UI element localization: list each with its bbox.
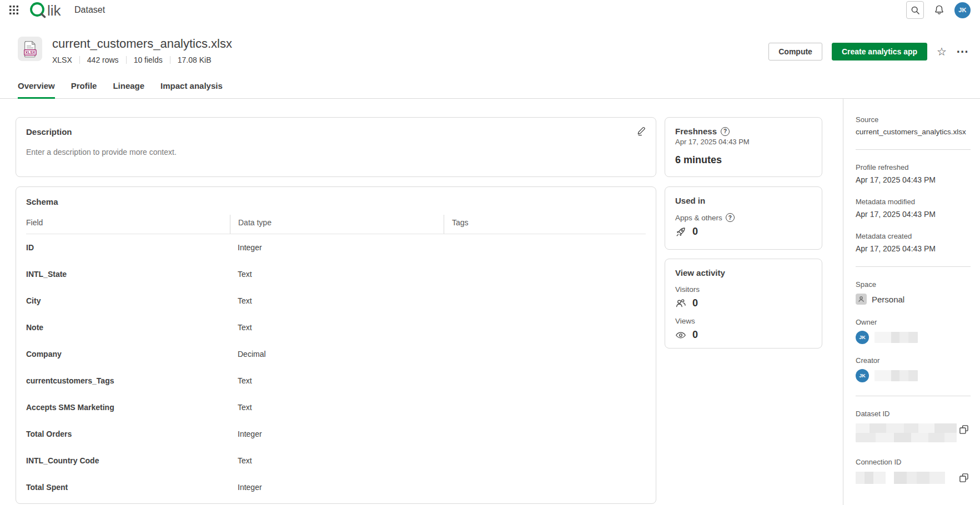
description-title: Description bbox=[26, 127, 646, 137]
notifications-bell-icon[interactable] bbox=[934, 4, 944, 16]
creator-avatar: JK bbox=[856, 369, 869, 382]
field-type: Decimal bbox=[230, 350, 444, 358]
table-row: Company Decimal bbox=[26, 341, 646, 367]
profile-refreshed-value: Apr 17, 2025 04:43 PM bbox=[856, 175, 971, 184]
divider bbox=[856, 149, 971, 150]
search-button[interactable] bbox=[906, 1, 924, 19]
rocket-icon bbox=[675, 226, 686, 238]
field-type: Text bbox=[230, 456, 444, 465]
creator-name-redacted bbox=[875, 370, 918, 381]
copy-connection-id-icon[interactable] bbox=[958, 472, 971, 484]
user-avatar[interactable]: JK bbox=[954, 2, 971, 18]
app-grid-icon[interactable] bbox=[7, 3, 21, 17]
field-type: Integer bbox=[230, 483, 444, 492]
creator-label: Creator bbox=[856, 356, 971, 365]
connection-id-redacted bbox=[856, 472, 945, 484]
help-icon[interactable]: ? bbox=[721, 127, 730, 136]
field-type: Text bbox=[230, 323, 444, 332]
favorite-star-icon[interactable]: ☆ bbox=[937, 46, 947, 57]
used-in-title: Used in bbox=[675, 196, 812, 205]
divider bbox=[856, 396, 971, 396]
freshness-timestamp: Apr 17, 2025 04:43 PM bbox=[675, 138, 812, 146]
dataset-meta: XLSX 442 rows 10 fields 17.08 KiB bbox=[52, 55, 232, 64]
owner-avatar: JK bbox=[856, 331, 869, 344]
schema-table-header: Field Data type Tags bbox=[26, 215, 646, 234]
edit-description-pencil-icon[interactable] bbox=[636, 125, 647, 137]
table-row: INTL_State Text bbox=[26, 261, 646, 287]
tab-impact-analysis[interactable]: Impact analysis bbox=[160, 81, 223, 99]
tab-profile[interactable]: Profile bbox=[71, 81, 97, 99]
topbar: lik Dataset JK bbox=[0, 0, 980, 20]
table-row: Note Text bbox=[26, 314, 646, 341]
field-name: Accepts SMS Marketing bbox=[26, 403, 230, 412]
metadata-created-value: Apr 17, 2025 04:43 PM bbox=[856, 244, 971, 253]
profile-refreshed-label: Profile refreshed bbox=[856, 163, 971, 171]
connection-id-label: Connection ID bbox=[856, 458, 971, 466]
freshness-title: Freshness bbox=[675, 127, 717, 136]
field-name: Company bbox=[26, 350, 230, 358]
personal-space-icon bbox=[856, 294, 867, 305]
field-name: Total Orders bbox=[26, 430, 230, 438]
views-count: 0 bbox=[692, 329, 698, 341]
field-type: Text bbox=[230, 270, 444, 279]
schema-table-body: ID Integer INTL_State Text City Text Not… bbox=[26, 234, 646, 501]
column-header-tags: Tags bbox=[444, 215, 646, 234]
table-row: Total Spent Integer bbox=[26, 474, 646, 501]
dataset-id-label: Dataset ID bbox=[856, 410, 971, 418]
visitors-icon bbox=[675, 298, 686, 309]
column-header-field: Field bbox=[26, 215, 230, 234]
column-header-data-type: Data type bbox=[230, 215, 444, 234]
tab-lineage[interactable]: Lineage bbox=[113, 81, 144, 99]
dataset-id-redacted bbox=[856, 423, 957, 442]
overview-content: Description Enter a description to provi… bbox=[0, 99, 980, 505]
meta-rows: 442 rows bbox=[87, 55, 119, 64]
details-panel: Source current_customers_analytics.xlsx … bbox=[843, 99, 980, 505]
more-options-icon[interactable]: ⋯ bbox=[956, 48, 969, 55]
tab-overview[interactable]: Overview bbox=[18, 81, 55, 99]
apps-others-count: 0 bbox=[692, 226, 698, 238]
source-value: current_customers_analytics.xlsx bbox=[856, 128, 971, 136]
visitors-label: Visitors bbox=[675, 285, 700, 294]
schema-card: Schema Field Data type Tags ID Integer I… bbox=[16, 186, 656, 504]
field-name: Note bbox=[26, 323, 230, 332]
field-type: Text bbox=[230, 376, 444, 385]
space-label: Space bbox=[856, 280, 971, 289]
copy-dataset-id-icon[interactable] bbox=[958, 423, 971, 436]
meta-divider bbox=[79, 56, 80, 64]
qlik-logo[interactable]: lik bbox=[29, 1, 66, 19]
space-value: Personal bbox=[872, 295, 904, 304]
table-row: INTL_Country Code Text bbox=[26, 447, 646, 474]
compute-button[interactable]: Compute bbox=[768, 43, 822, 60]
dataset-title: current_customers_analytics.xlsx bbox=[52, 37, 232, 51]
table-row: Total Orders Integer bbox=[26, 421, 646, 447]
views-eye-icon bbox=[675, 331, 686, 340]
metadata-created-label: Metadata created bbox=[856, 232, 971, 240]
schema-title: Schema bbox=[26, 197, 646, 206]
owner-name-redacted bbox=[875, 332, 918, 343]
views-label: Views bbox=[675, 317, 695, 325]
used-in-card: Used in Apps & others ? 0 bbox=[665, 186, 822, 250]
field-type: Integer bbox=[230, 430, 444, 438]
owner-label: Owner bbox=[856, 318, 971, 326]
field-type: Integer bbox=[230, 243, 444, 252]
field-name: INTL_State bbox=[26, 270, 230, 279]
svg-text:XLSX: XLSX bbox=[25, 50, 35, 54]
metadata-modified-label: Metadata modified bbox=[856, 198, 971, 206]
meta-divider bbox=[126, 56, 127, 64]
search-icon bbox=[911, 6, 920, 15]
freshness-card: Freshness ? Apr 17, 2025 04:43 PM 6 minu… bbox=[665, 117, 822, 177]
dataset-header: XLSX current_customers_analytics.xlsx XL… bbox=[0, 20, 980, 67]
field-name: City bbox=[26, 296, 230, 305]
source-label: Source bbox=[856, 115, 971, 124]
field-name: Total Spent bbox=[26, 483, 230, 492]
help-icon[interactable]: ? bbox=[726, 213, 735, 222]
divider bbox=[856, 266, 971, 267]
apps-others-label: Apps & others bbox=[675, 214, 722, 222]
view-activity-card: View activity Visitors 0 Views bbox=[665, 259, 822, 349]
meta-format: XLSX bbox=[52, 55, 72, 64]
table-row: currentcustomers_Tags Text bbox=[26, 367, 646, 394]
field-type: Text bbox=[230, 403, 444, 412]
create-analytics-app-button[interactable]: Create analytics app bbox=[832, 43, 927, 60]
view-activity-title: View activity bbox=[675, 268, 812, 277]
meta-size: 17.08 KiB bbox=[178, 55, 212, 64]
